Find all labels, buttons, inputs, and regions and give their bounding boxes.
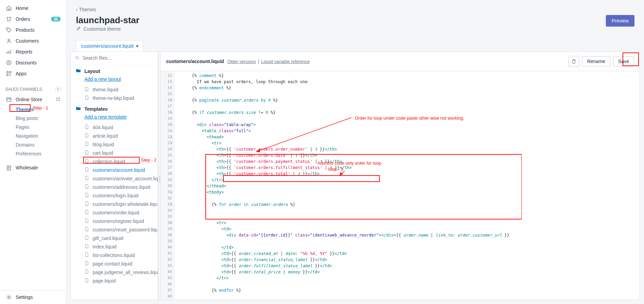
subnav-preferences[interactable]: Preferences <box>16 149 66 158</box>
file-search-box <box>71 52 158 64</box>
file-icon <box>84 278 89 284</box>
subnav-blog-posts[interactable]: Blog posts <box>16 114 66 123</box>
folder-icon <box>76 68 81 74</box>
editor-area: Layout Add a new layout theme.liquid the… <box>70 51 640 300</box>
nav-home[interactable]: Home <box>0 3 66 14</box>
svg-point-0 <box>7 29 8 29</box>
file-item[interactable]: gift_card.liquid <box>71 234 158 242</box>
search-icon <box>75 55 80 61</box>
file-item[interactable]: customers/activate_account.liquid <box>71 174 158 183</box>
editor-tab[interactable]: customers/account.liquid <box>76 40 143 51</box>
file-item[interactable]: blog.liquid <box>71 140 158 149</box>
nav-label: Home <box>16 5 28 11</box>
tabs-row: customers/account.liquid <box>76 40 634 51</box>
breadcrumb[interactable]: ‹ Themes <box>76 7 634 12</box>
customize-theme-link[interactable]: Customize theme <box>76 26 139 32</box>
file-item[interactable]: customers/order.liquid <box>71 208 158 217</box>
preview-button[interactable]: Preview <box>606 15 634 27</box>
add-layout-link[interactable]: Add a new layout <box>71 76 158 85</box>
nav-label: Discounts <box>16 60 36 65</box>
app-root: Home Orders 35 Products Customers Report… <box>0 0 644 304</box>
subnav-navigation[interactable]: Navigation <box>16 132 66 140</box>
file-item[interactable]: customers/register.liquid <box>71 217 158 225</box>
file-item[interactable]: list-collections.liquid <box>71 251 158 259</box>
customize-text: Customize theme <box>83 26 121 32</box>
customize-icon <box>76 26 81 32</box>
file-item[interactable]: page.liquid <box>71 276 158 285</box>
file-item[interactable]: page.judgeme_all_reviews.liquid <box>71 268 158 276</box>
channels-title-text: SALES CHANNELS <box>5 87 42 92</box>
file-item[interactable]: page.contact.liquid <box>71 259 158 268</box>
title-row: launchpad-star Customize theme Preview <box>76 15 634 38</box>
nav-label: Reports <box>16 49 32 55</box>
nav-label: Orders <box>16 16 30 22</box>
nav-wholesale[interactable]: Wholesale <box>0 162 66 173</box>
annotation-note2: Add this code only order for loop <box>317 160 381 167</box>
file-item[interactable]: theme.liquid <box>71 85 158 94</box>
add-channel-icon[interactable]: + <box>55 87 61 92</box>
nav-label: Products <box>16 27 34 33</box>
subnav-domains[interactable]: Domains <box>16 140 66 149</box>
online-store-subnav: Themes Blog posts Pages Navigation Domai… <box>0 105 66 158</box>
code-header: customers/account.liquid Older versions … <box>161 52 640 71</box>
subnav-pages[interactable]: Pages <box>16 123 66 132</box>
file-icon <box>84 201 89 207</box>
file-icon <box>84 218 89 224</box>
nav-apps[interactable]: Apps <box>0 68 66 79</box>
code-text-area[interactable]: {% comment %} If we have past orders, lo… <box>174 71 640 300</box>
nav-orders[interactable]: Orders 35 <box>0 14 66 25</box>
file-item[interactable]: index.liquid <box>71 242 158 251</box>
file-item[interactable]: article.liquid <box>71 132 158 140</box>
line-gutter: 1213141516▾1718▾1920▾21▾22▾23▾2425262728… <box>161 71 174 300</box>
header-area: ‹ Themes launchpad-star Customize theme … <box>66 0 644 51</box>
file-icon <box>84 158 89 164</box>
add-template-link[interactable]: Add a new template <box>71 113 158 123</box>
code-editor-panel: customers/account.liquid Older versions … <box>161 52 640 300</box>
rename-button[interactable]: Rename <box>582 56 610 66</box>
file-item[interactable]: customers/reset_password.liquid <box>71 225 158 234</box>
nav-online-store[interactable]: Online Store <box>0 94 66 105</box>
file-item[interactable]: cart.liquid <box>71 149 158 157</box>
file-icon <box>84 269 89 275</box>
file-icon <box>84 167 89 173</box>
section-title: Templates <box>84 106 108 112</box>
layout-section-header[interactable]: Layout <box>71 64 158 76</box>
file-item[interactable]: 404.liquid <box>71 123 158 132</box>
delete-button[interactable] <box>568 56 579 67</box>
file-icon <box>84 95 89 101</box>
nav-customers[interactable]: Customers <box>0 35 66 46</box>
dirty-indicator <box>136 45 138 47</box>
code-body[interactable]: 1213141516▾1718▾1920▾21▾22▾23▾2425262728… <box>161 71 640 300</box>
separator: | <box>258 59 259 64</box>
file-search-input[interactable] <box>82 55 154 61</box>
nav-label: Settings <box>16 294 33 300</box>
discounts-icon <box>5 59 12 66</box>
external-link-icon[interactable] <box>56 97 61 103</box>
file-item[interactable]: customers/login.liquid <box>71 191 158 200</box>
template-file-list: 404.liquidarticle.liquidblog.liquidcart.… <box>71 123 158 285</box>
older-versions-link[interactable]: Older versions <box>227 59 256 64</box>
nav-label: Apps <box>16 71 27 76</box>
breadcrumb-text: Themes <box>79 7 96 12</box>
file-item[interactable]: customers/account.liquid <box>71 166 158 174</box>
panel-splitter[interactable] <box>158 52 161 300</box>
liquid-reference-link[interactable]: Liquid variable reference <box>261 59 310 64</box>
folder-icon <box>76 106 81 112</box>
templates-section-header[interactable]: Templates <box>71 102 158 113</box>
chevron-left-icon: ‹ <box>76 7 78 12</box>
nav-reports[interactable]: Reports <box>0 46 66 57</box>
file-icon <box>84 244 89 249</box>
nav-discounts[interactable]: Discounts <box>0 57 66 68</box>
svg-point-4 <box>9 63 10 64</box>
file-item[interactable]: customers/login.wholesale.liquid <box>71 200 158 208</box>
file-item[interactable]: theme-rw-bkp.liquid <box>71 94 158 102</box>
svg-point-1 <box>8 39 10 41</box>
nav-products[interactable]: Products <box>0 25 66 35</box>
save-button[interactable]: Save <box>613 56 634 66</box>
file-icon <box>84 227 89 232</box>
editor-filename: customers/account.liquid <box>166 59 224 64</box>
file-icon <box>84 261 89 267</box>
tab-label: customers/account.liquid <box>81 43 133 49</box>
nav-settings[interactable]: Settings <box>0 290 66 304</box>
file-item[interactable]: customers/addresses.liquid <box>71 183 158 191</box>
